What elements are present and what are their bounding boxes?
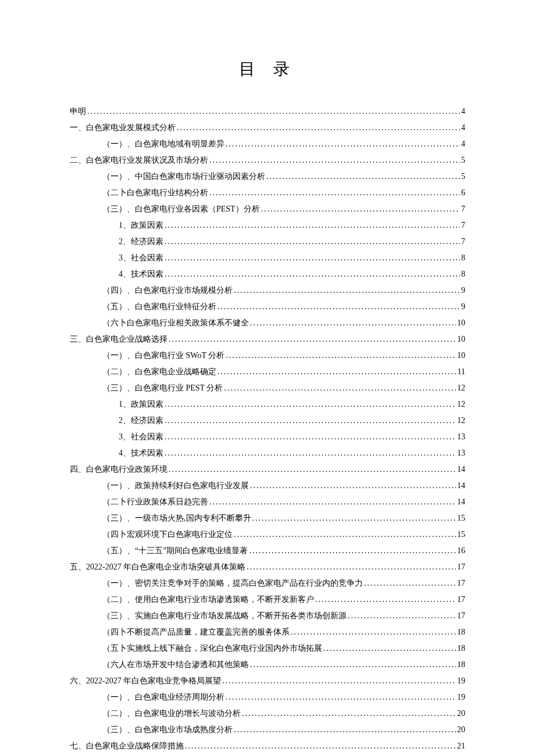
toc-entry-label: 五、2022-2027 年白色家电企业市场突破具体策略 <box>70 559 245 575</box>
toc-entry[interactable]: （三）、白色家电行业各因素（PEST）分析7 <box>70 201 465 217</box>
toc-entry-label: （四）、白色家电行业市场规模分析 <box>102 282 233 299</box>
toc-dot-leader <box>252 510 456 526</box>
toc-entry-page: 15 <box>457 526 465 543</box>
toc-dot-leader <box>87 103 460 120</box>
toc-entry[interactable]: （三）、一级市场火热,国内专利不断攀升15 <box>70 510 465 526</box>
toc-entry[interactable]: 四、白色家电行业政策环境14 <box>70 461 465 478</box>
toc-dot-leader <box>250 657 456 673</box>
toc-entry-label: 申明 <box>70 103 86 120</box>
toc-entry-page: 14 <box>457 478 465 494</box>
toc-entry[interactable]: 4、技术因素13 <box>70 445 465 461</box>
toc-dot-leader <box>315 592 456 608</box>
toc-dot-leader <box>226 347 456 364</box>
toc-entry[interactable]: 3、社会因素13 <box>70 429 465 445</box>
toc-entry-label: （三）、白色家电行业 PEST 分析 <box>102 380 223 396</box>
toc-entry[interactable]: （三）、白色家电业市场成熟度分析20 <box>70 722 465 738</box>
toc-entry-page: 9 <box>461 299 465 315</box>
toc-entry[interactable]: （一）、政策持续利好白色家电行业发展14 <box>70 478 465 494</box>
toc-entry-page: 19 <box>457 689 465 705</box>
toc-dot-leader <box>165 429 456 445</box>
toc-entry-page: 6 <box>461 185 465 201</box>
toc-entry-label: （三）、实施白色家电行业市场发展战略，不断开拓各类市场创新源 <box>102 608 347 624</box>
toc-entry[interactable]: 4、技术因素8 <box>70 266 465 282</box>
toc-entry[interactable]: 2、经济因素12 <box>70 413 465 429</box>
toc-entry-page: 14 <box>457 461 465 478</box>
toc-entry[interactable]: （二）、白色家电业的增长与波动分析20 <box>70 705 465 722</box>
toc-entry-label: （一）、政策持续利好白色家电行业发展 <box>102 478 249 494</box>
table-of-contents: 申明4一、白色家电业发展模式分析4（一）、白色家电地域有明显差异4二、白色家电行… <box>70 103 465 756</box>
toc-dot-leader <box>250 315 456 331</box>
toc-dot-leader <box>217 299 460 315</box>
toc-dot-leader <box>177 120 460 136</box>
toc-entry-page: 7 <box>461 201 465 217</box>
toc-entry-page: 17 <box>457 559 465 575</box>
toc-dot-leader <box>224 380 456 396</box>
toc-entry[interactable]: （一）、白色家电行业 SWoT 分析10 <box>70 347 465 364</box>
toc-entry-page: 18 <box>457 624 465 640</box>
toc-entry-label: （六人在市场开发中结合渗透和其他策略 <box>102 657 249 673</box>
toc-entry[interactable]: 六、2022-2027 年白色家电业竞争格局展望19 <box>70 673 465 689</box>
toc-entry-label: （三）、白色家电业市场成熟度分析 <box>102 722 233 738</box>
toc-entry[interactable]: 3、社会因素8 <box>70 250 465 266</box>
toc-entry[interactable]: 一、白色家电业发展模式分析4 <box>70 120 465 136</box>
toc-entry[interactable]: 申明4 <box>70 103 465 120</box>
toc-entry-label: 七、白色家电企业战略保障措施 <box>70 738 184 754</box>
toc-dot-leader <box>165 396 456 413</box>
toc-entry-label: （三）、白色家电行业各因素（PEST）分析 <box>102 201 260 217</box>
toc-entry-page: 18 <box>457 657 465 673</box>
toc-entry-label: （一）、白色家电地域有明显差异 <box>102 136 224 152</box>
toc-entry[interactable]: （一）、白色家电地域有明显差异4 <box>70 136 465 152</box>
toc-entry-page: 7 <box>461 217 465 234</box>
toc-entry-page: 12 <box>457 413 465 429</box>
toc-entry-page: 12 <box>457 396 465 413</box>
toc-entry[interactable]: （二）、使用白色家电行业市场渗透策略，不断开发新客户17 <box>70 592 465 608</box>
toc-entry-label: （五）、“十三五”期间白色家电业绩显著 <box>102 543 248 559</box>
toc-dot-leader <box>226 136 460 152</box>
toc-dot-leader <box>209 185 460 201</box>
toc-entry[interactable]: 1、政策因素12 <box>70 396 465 413</box>
toc-entry-page: 18 <box>457 640 465 657</box>
toc-entry[interactable]: （四卜宏观环境下白色家电行业定位15 <box>70 526 465 543</box>
toc-entry[interactable]: （一）、中国白色家电市场行业驱动因素分析5 <box>70 169 465 185</box>
toc-entry[interactable]: 1、政策因素7 <box>70 217 465 234</box>
toc-entry[interactable]: （四）、白色家电行业市场规模分析9 <box>70 282 465 299</box>
toc-entry-label: 一、白色家电业发展模式分析 <box>70 120 176 136</box>
toc-entry[interactable]: （二卜行业政策体系日趋完善14 <box>70 494 465 510</box>
toc-entry-page: 4 <box>461 103 465 120</box>
toc-entry-page: 21 <box>457 738 465 754</box>
toc-entry[interactable]: （四卜不断提高产品质量，建立覆盖完善的服务体系18 <box>70 624 465 640</box>
toc-dot-leader <box>234 722 456 738</box>
toc-entry[interactable]: （一）、白色家电业经济周期分析19 <box>70 689 465 705</box>
toc-entry[interactable]: 五、2022-2027 年白色家电企业市场突破具体策略17 <box>70 559 465 575</box>
toc-dot-leader <box>348 608 456 624</box>
toc-entry-page: 17 <box>457 608 465 624</box>
toc-entry-page: 17 <box>457 575 465 592</box>
toc-entry-page: 5 <box>461 152 465 169</box>
toc-entry-page: 13 <box>457 429 465 445</box>
toc-dot-leader <box>185 738 456 754</box>
toc-entry-label: （二）、白色家电企业战略确定 <box>102 364 216 380</box>
toc-entry-label: （二卜白色家电行业结构分析 <box>102 185 208 201</box>
toc-entry[interactable]: （二卜白色家电行业结构分析6 <box>70 185 465 201</box>
toc-entry-page: 4 <box>461 136 465 152</box>
toc-entry-label: （五卜实施线上线下融合，深化白色家电行业国内外市场拓展 <box>102 640 322 657</box>
toc-entry[interactable]: （五）、“十三五”期间白色家电业绩显著16 <box>70 543 465 559</box>
toc-entry[interactable]: （五卜实施线上线下融合，深化白色家电行业国内外市场拓展18 <box>70 640 465 657</box>
toc-entry[interactable]: （六人在市场开发中结合渗透和其他策略18 <box>70 657 465 673</box>
toc-entry-label: 4、技术因素 <box>119 266 163 282</box>
toc-entry[interactable]: （三）、实施白色家电行业市场发展战略，不断开拓各类市场创新源17 <box>70 608 465 624</box>
toc-dot-leader <box>217 364 456 380</box>
toc-entry[interactable]: （二）、白色家电企业战略确定11 <box>70 364 465 380</box>
toc-entry[interactable]: 二、白色家电行业发展状况及市场分析5 <box>70 152 465 169</box>
toc-entry[interactable]: 三、白色家电企业战略选择10 <box>70 331 465 347</box>
toc-entry[interactable]: （五）、白色家电行业特征分析9 <box>70 299 465 315</box>
toc-entry[interactable]: 七、白色家电企业战略保障措施21 <box>70 738 465 754</box>
toc-entry[interactable]: （一）、密切关注竞争对手的策略，提高白色家电产品在行业内的竞争力17 <box>70 575 465 592</box>
toc-entry[interactable]: 2、经济因素7 <box>70 234 465 250</box>
toc-entry-label: （六卜白色家电行业相关政策体系不健全 <box>102 315 249 331</box>
toc-entry-page: 14 <box>457 494 465 510</box>
toc-entry[interactable]: （六卜白色家电行业相关政策体系不健全10 <box>70 315 465 331</box>
toc-entry[interactable]: （三）、白色家电行业 PEST 分析12 <box>70 380 465 396</box>
toc-entry-label: 六、2022-2027 年白色家电业竞争格局展望 <box>70 673 221 689</box>
toc-entry-page: 10 <box>457 347 465 364</box>
